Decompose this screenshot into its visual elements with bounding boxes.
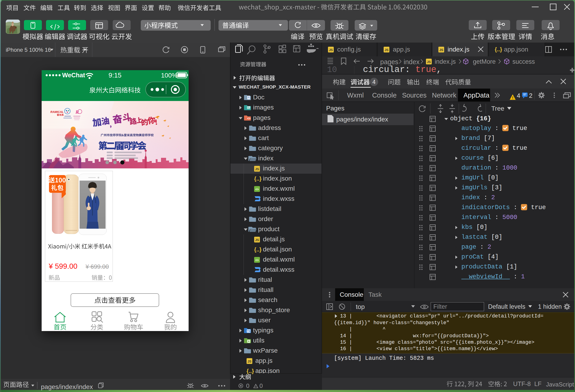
svg-text:RAMICAL: RAMICAL [50, 110, 64, 114]
